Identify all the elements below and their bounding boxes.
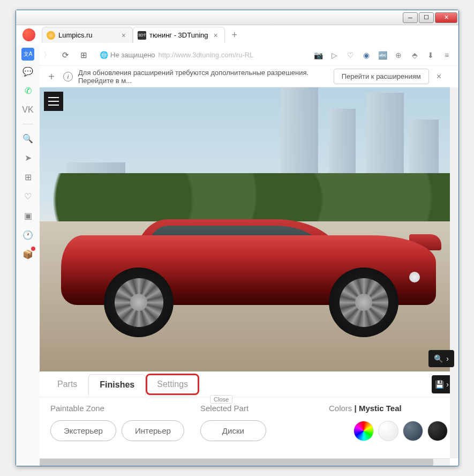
speed-dial-sidebar-icon[interactable]: ⊞ <box>19 168 36 185</box>
heading-part: Selected Part <box>200 404 286 413</box>
heading-zone: Paintable Zone <box>50 404 157 413</box>
history-icon[interactable]: 🕐 <box>19 226 36 243</box>
reload-button[interactable]: ⟳ <box>59 49 72 62</box>
add-workspace-button[interactable]: + <box>48 71 55 83</box>
tab-title: Lumpics.ru <box>58 31 93 39</box>
close-label[interactable]: Close <box>210 395 232 404</box>
rear-wheel <box>329 267 398 337</box>
notification-badge <box>31 247 35 251</box>
translate-icon[interactable]: 🔤 <box>377 50 388 61</box>
chevron-right-icon: › <box>446 354 449 363</box>
whatsapp-icon[interactable]: ✆ <box>19 82 36 99</box>
goto-extensions-button[interactable]: Перейти к расширениям <box>334 69 429 84</box>
car-model: 3DT <box>61 219 436 337</box>
vk-icon[interactable]: VK <box>19 101 36 118</box>
vertical-scrollbar[interactable] <box>450 87 458 458</box>
divider <box>22 124 33 124</box>
exterior-button[interactable]: Экстерьер <box>50 420 116 441</box>
swatch-dark-blue[interactable] <box>403 421 423 441</box>
favicon-icon: 3DT <box>138 31 146 40</box>
tab-close-icon[interactable]: × <box>212 31 220 40</box>
sidebar: 文A 💬 ✆ VK 🔍 ➤ ⊞ ♡ ▣ 🕐 📦 <box>16 44 40 466</box>
extensions-icon[interactable]: 📦 <box>19 246 36 263</box>
view-controls: 🔍› <box>428 350 454 367</box>
new-tab-button[interactable]: + <box>228 28 241 41</box>
opera-logo-icon[interactable] <box>22 28 35 41</box>
tab-lumpics[interactable]: Lumpics.ru × <box>42 27 133 43</box>
extension-icon[interactable]: ⊕ <box>393 50 404 61</box>
car-viewer[interactable]: 3DT 🔍› <box>40 87 458 371</box>
send-icon[interactable]: ▷ <box>329 50 340 61</box>
tab-parts[interactable]: Parts <box>46 374 88 395</box>
tab-settings[interactable]: Settings <box>146 374 199 395</box>
page-content: 3DT 🔍› Parts Finishes Settings Close 💾› … <box>40 87 458 458</box>
swatch-white[interactable] <box>378 421 398 441</box>
send-sidebar-icon[interactable]: ➤ <box>19 149 36 166</box>
selected-color-name: Mystic Teal <box>359 404 402 413</box>
tab-close-icon[interactable]: × <box>119 31 128 40</box>
tab-3dtuning[interactable]: 3DT тюнинг - 3DTuning × <box>133 27 225 43</box>
translate-sidebar-icon[interactable]: 文A <box>21 48 34 61</box>
vpn-icon[interactable]: ⬘ <box>409 50 420 61</box>
panel-tabs: Parts Finishes Settings Close 💾› <box>40 371 458 397</box>
tab-title: тюнинг - 3DTuning <box>149 31 208 39</box>
menu-button[interactable] <box>44 92 63 111</box>
interior-button[interactable]: Интерьер <box>122 420 184 441</box>
horizontal-scrollbar[interactable] <box>40 458 450 466</box>
disks-button[interactable]: Диски <box>200 420 266 441</box>
notification-bar: i Для обновления расширений требуются до… <box>57 66 450 87</box>
heading-colors: Colors | Mystic Teal <box>329 404 448 413</box>
fuel-cap <box>409 272 420 282</box>
heart-icon[interactable]: ♡ <box>345 50 356 61</box>
options-row: Экстерьер Интерьер Диски <box>40 416 458 445</box>
download-icon[interactable]: ⬇ <box>425 50 436 61</box>
forward-button[interactable]: 〉 <box>41 49 54 62</box>
zoom-plus-icon: 🔍 <box>434 354 443 363</box>
titlebar: ─ ☐ ✕ <box>16 10 458 25</box>
save-button[interactable]: 💾› <box>432 375 452 393</box>
favicon-icon <box>47 31 55 40</box>
browser-window: ─ ☐ ✕ Lumpics.ru × 3DT тюнинг - 3DTuning… <box>16 10 459 466</box>
search-icon[interactable]: 🔍 <box>19 130 36 147</box>
window-close-button[interactable]: ✕ <box>435 12 457 23</box>
news-icon[interactable]: ▣ <box>19 207 36 224</box>
security-indicator: 🌐 Не защищено <box>100 51 155 59</box>
tab-finishes[interactable]: Finishes <box>88 374 146 396</box>
camera-icon[interactable]: 📷 <box>313 50 323 61</box>
maximize-button[interactable]: ☐ <box>419 12 434 23</box>
minimize-button[interactable]: ─ <box>403 12 418 23</box>
adblock-icon[interactable]: ◉ <box>361 50 372 61</box>
url-text: http://www.3dtuning.com/ru-RL <box>159 51 254 59</box>
section-headings: Paintable Zone Selected Part Colors | My… <box>40 397 458 416</box>
tab-bar: Lumpics.ru × 3DT тюнинг - 3DTuning × + <box>16 25 458 44</box>
notification-close-icon[interactable]: × <box>434 72 443 81</box>
zoom-button[interactable]: 🔍› <box>428 350 454 367</box>
bookmarks-icon[interactable]: ♡ <box>19 188 36 205</box>
notification-text: Для обновления расширений требуются допо… <box>78 69 328 85</box>
url-field[interactable]: 🌐 Не защищено http://www.3dtuning.com/ru… <box>95 48 307 63</box>
save-icon: 💾 <box>435 380 444 389</box>
address-bar: 〈 〉 ⟳ ⊞ 🌐 Не защищено http://www.3dtunin… <box>16 44 458 66</box>
front-wheel <box>104 267 174 337</box>
addressbar-actions: 📷 ▷ ♡ ◉ 🔤 ⊕ ⬘ ⬇ ≡ <box>313 50 452 61</box>
info-icon: i <box>63 72 73 81</box>
color-picker-button[interactable] <box>353 421 374 441</box>
speed-dial-icon[interactable]: ⊞ <box>77 49 90 62</box>
color-swatches <box>353 421 448 441</box>
scrollbar-thumb[interactable] <box>40 459 433 466</box>
swatch-black[interactable] <box>427 421 448 441</box>
chevron-right-icon: › <box>446 380 449 389</box>
trees <box>40 173 458 227</box>
messenger-icon[interactable]: 💬 <box>19 63 36 80</box>
easy-setup-icon[interactable]: ≡ <box>441 50 452 61</box>
